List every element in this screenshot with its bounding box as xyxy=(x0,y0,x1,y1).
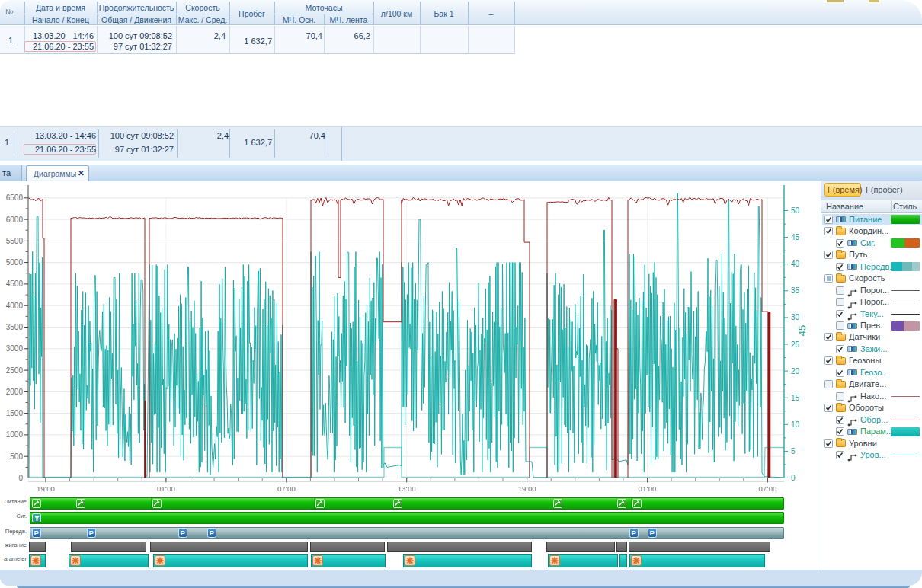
svg-text:500: 500 xyxy=(10,452,23,461)
svg-text:3000: 3000 xyxy=(6,344,24,353)
svg-text:19:00: 19:00 xyxy=(37,484,55,493)
svg-text:5: 5 xyxy=(791,447,796,455)
svg-text:01:00: 01:00 xyxy=(639,484,657,493)
svg-text:30: 30 xyxy=(791,313,800,321)
svg-text:4000: 4000 xyxy=(6,302,24,310)
svg-text:3500: 3500 xyxy=(6,323,24,331)
svg-text:4500: 4500 xyxy=(6,280,24,288)
svg-text:01:00: 01:00 xyxy=(157,484,175,493)
svg-text:2000: 2000 xyxy=(6,388,24,396)
svg-text:5000: 5000 xyxy=(6,258,24,267)
svg-text:0: 0 xyxy=(791,474,796,482)
svg-text:40: 40 xyxy=(791,260,800,268)
svg-text:07:00: 07:00 xyxy=(759,484,777,493)
svg-text:6000: 6000 xyxy=(6,216,24,224)
svg-text:07:00: 07:00 xyxy=(277,484,296,493)
svg-text:0: 0 xyxy=(18,474,23,482)
svg-text:1000: 1000 xyxy=(6,430,24,439)
svg-text:19:00: 19:00 xyxy=(518,484,536,493)
svg-text:35: 35 xyxy=(791,286,800,295)
svg-text:15: 15 xyxy=(791,394,800,402)
svg-text:25: 25 xyxy=(791,340,800,349)
svg-text:1500: 1500 xyxy=(6,409,24,417)
svg-text:20: 20 xyxy=(791,367,800,375)
svg-text:6500: 6500 xyxy=(6,193,24,202)
svg-text:10: 10 xyxy=(791,420,800,429)
svg-text:45: 45 xyxy=(796,325,808,336)
svg-text:5500: 5500 xyxy=(6,237,24,245)
svg-text:2500: 2500 xyxy=(6,366,24,375)
svg-text:50: 50 xyxy=(791,206,800,215)
svg-text:45: 45 xyxy=(791,233,800,241)
svg-text:13:00: 13:00 xyxy=(398,484,416,493)
